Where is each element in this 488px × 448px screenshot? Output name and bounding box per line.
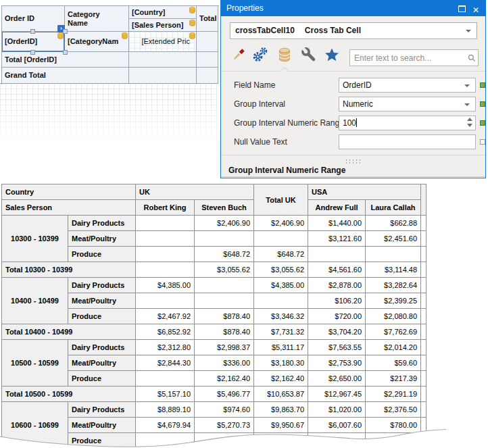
- field-name-value: OrderID: [343, 80, 372, 90]
- value-cell: [254, 231, 308, 247]
- spin-up-icon[interactable]: [467, 118, 472, 121]
- total-value-cell: $7,731.32: [254, 324, 308, 340]
- designer-cell-total-col[interactable]: Total: [197, 6, 218, 32]
- unmodified-indicator[interactable]: [480, 139, 485, 145]
- designer-cell-label: [OrderID]: [5, 37, 37, 46]
- designer-cell-label: Category Name: [68, 10, 100, 28]
- value-cell: [195, 433, 254, 448]
- value-cell: $2,451.60: [366, 231, 421, 247]
- designer-cell-label: [Sales Person]: [132, 21, 183, 30]
- spin-buttons[interactable]: [467, 118, 472, 127]
- designer-cell-row-header[interactable]: Order ID: [2, 6, 65, 32]
- close-icon[interactable]: ✕: [472, 3, 479, 18]
- value-cell: [254, 293, 308, 309]
- clipped-cell: [421, 418, 426, 433]
- selection-handle[interactable]: [63, 50, 68, 55]
- selection-handle[interactable]: [63, 29, 68, 34]
- column-total-header: Total UK: [254, 184, 308, 216]
- value-cell: $2,878.00: [308, 278, 366, 293]
- numeric-range-spin-editor[interactable]: 100: [339, 116, 476, 130]
- total-value-cell: $878.40: [195, 324, 254, 340]
- crosstab-designer-frame: Order ID Category Name [Country] [Sales …: [1, 5, 219, 84]
- clipped-cell: [421, 433, 426, 448]
- appearance-brush-icon[interactable]: [230, 45, 247, 64]
- category-label: Dairy Products: [68, 278, 136, 293]
- designer-cell-label: [Country]: [132, 8, 166, 17]
- column-header: Steven Buch: [195, 200, 254, 216]
- modified-indicator[interactable]: [480, 82, 485, 88]
- design-grid: [0, 83, 218, 147]
- value-cell: $5,270.73: [195, 418, 254, 433]
- database-field-icon: [189, 7, 195, 14]
- designer-cell-extended-price[interactable]: [Extended Pric: [129, 32, 197, 52]
- value-cell: [195, 293, 254, 309]
- value-cell: [136, 247, 195, 262]
- designer-cell-sales-person[interactable]: [Sales Person]: [129, 19, 197, 32]
- selection-handle[interactable]: [30, 50, 35, 55]
- value-cell: $9,950.67: [254, 418, 308, 433]
- search-input[interactable]: [349, 49, 479, 66]
- group-interval-combo[interactable]: Numeric: [339, 97, 476, 111]
- designer-cell-col-header[interactable]: Category Name: [65, 6, 129, 32]
- value-cell: $2,406.90: [195, 216, 254, 231]
- category-label: Produce: [68, 433, 136, 448]
- value-cell: $2,162.40: [195, 371, 254, 387]
- value-cell: [195, 231, 254, 247]
- selection-handle[interactable]: [30, 29, 35, 34]
- crosstab-preview: CountryUKTotal UKUSASales PersonRobert K…: [1, 184, 426, 448]
- field-name-combo[interactable]: OrderID: [339, 78, 476, 93]
- maximize-icon[interactable]: [458, 5, 466, 12]
- value-cell: $2,376.50: [366, 402, 421, 418]
- designer-cell-empty[interactable]: [197, 52, 218, 68]
- value-cell: [136, 371, 195, 387]
- data-icon[interactable]: [276, 45, 293, 64]
- designer-cell-empty[interactable]: [197, 32, 218, 52]
- clipped-cell: [421, 371, 426, 387]
- designer-cell-country[interactable]: [Country]: [129, 6, 197, 19]
- property-description-header: Group Interval Numeric Range: [228, 166, 345, 175]
- group-total-label: Total 10500 - 10599: [2, 387, 136, 402]
- category-label: Produce: [68, 247, 136, 262]
- designer-cell-label: [CategoryNam: [68, 37, 118, 46]
- favorites-star-icon[interactable]: [323, 45, 341, 64]
- null-value-text-input[interactable]: [339, 134, 476, 149]
- designer-cell-category-field[interactable]: [CategoryNam: [65, 32, 129, 52]
- designer-cell-orderid-selected[interactable]: [OrderID]: [2, 32, 65, 52]
- designer-cell-empty[interactable]: [129, 68, 197, 84]
- property-label: Field Name: [234, 78, 337, 93]
- value-cell: $974.60: [195, 402, 254, 418]
- value-cell: $648.72: [254, 247, 308, 262]
- value-cell: $1,020.00: [308, 402, 366, 418]
- corner-country-header: Country: [2, 184, 136, 200]
- value-cell: [136, 231, 195, 247]
- row-group-label: 10500 - 10599: [2, 340, 68, 387]
- category-label: Dairy Products: [68, 402, 136, 418]
- tools-wrench-icon[interactable]: [300, 45, 318, 64]
- designer-cell-empty[interactable]: [197, 68, 218, 84]
- modified-indicator[interactable]: [480, 120, 485, 126]
- column-group-header: UK: [136, 184, 254, 200]
- total-value-cell: $3,055.62: [254, 262, 308, 278]
- splitter-grip-icon[interactable]: [345, 159, 362, 164]
- total-value-cell: [136, 262, 195, 278]
- value-cell: [136, 293, 195, 309]
- component-selector-combo[interactable]: crossTabCell10Cross Tab Cell: [230, 22, 477, 39]
- clipped-cell: [421, 402, 426, 418]
- chevron-down-icon: [464, 103, 470, 106]
- clipped-cell: [421, 324, 426, 340]
- clipped-cell: [421, 231, 426, 247]
- total-value-cell: $7,762.69: [366, 324, 421, 340]
- crosstab-table: CountryUKTotal UKUSASales PersonRobert K…: [1, 184, 426, 448]
- value-cell: [136, 433, 195, 448]
- modified-indicator[interactable]: [480, 101, 485, 107]
- designer-cell-empty[interactable]: [129, 52, 197, 68]
- spin-down-icon[interactable]: [467, 124, 472, 127]
- behavior-gears-icon[interactable]: [251, 45, 269, 64]
- value-cell: $2,014.20: [366, 340, 421, 355]
- properties-title-bar[interactable]: Properties ✕: [221, 1, 485, 16]
- category-label: Dairy Products: [68, 216, 136, 231]
- search-icon: [468, 54, 476, 62]
- description-splitter[interactable]: [221, 155, 485, 166]
- group-total-label: Total 10400 - 10499: [2, 324, 136, 340]
- designer-cell-grand-total[interactable]: Grand Total: [2, 68, 129, 84]
